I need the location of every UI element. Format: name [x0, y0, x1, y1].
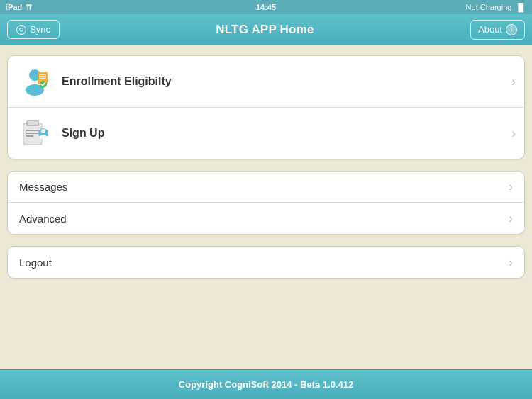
enrollment-chevron: ›: [511, 74, 516, 89]
status-time: 14:45: [256, 3, 276, 11]
footer: Copyright CogniSoft 2014 - Beta 1.0.412: [0, 369, 532, 399]
wifi-icon: ⇈: [26, 3, 32, 12]
enrollment-icon: [16, 63, 53, 100]
nav-bar: ↻ Sync NLTG APP Home About i: [0, 14, 532, 45]
main-content: Enrollment Eligibilty ›: [0, 45, 532, 383]
logout-label: Logout: [19, 257, 509, 269]
status-bar: iPad ⇈ 14:45 Not Charging ▐▌: [0, 0, 532, 14]
device-label: iPad: [6, 3, 22, 11]
enrollment-item[interactable]: Enrollment Eligibilty ›: [8, 56, 524, 108]
footer-copyright: Copyright CogniSoft 2014 - Beta 1.0.412: [179, 379, 353, 390]
advanced-label: Advanced: [19, 213, 509, 225]
info-icon: i: [506, 24, 517, 35]
signup-item[interactable]: Sign Up ›: [8, 108, 524, 159]
svg-rect-9: [28, 121, 38, 125]
logout-item[interactable]: Logout ›: [8, 247, 524, 278]
signup-icon: [16, 115, 53, 152]
svg-point-14: [41, 129, 45, 133]
logout-chevron: ›: [509, 255, 513, 270]
signup-chevron: ›: [511, 126, 516, 141]
sync-button[interactable]: ↻ Sync: [7, 20, 60, 39]
about-button[interactable]: About i: [470, 20, 525, 40]
sync-label: Sync: [30, 24, 50, 35]
nav-title: NLTG APP Home: [216, 23, 314, 37]
svg-point-15: [40, 135, 47, 139]
advanced-chevron: ›: [509, 211, 513, 226]
sync-icon: ↻: [16, 25, 26, 35]
messages-label: Messages: [19, 181, 509, 193]
messages-item[interactable]: Messages ›: [8, 172, 524, 203]
list-group-1: Messages › Advanced ›: [7, 171, 525, 235]
icon-card-group: Enrollment Eligibilty ›: [7, 55, 525, 159]
list-group-2: Logout ›: [7, 246, 525, 279]
advanced-item[interactable]: Advanced ›: [8, 203, 524, 234]
enrollment-label: Enrollment Eligibilty: [62, 75, 511, 88]
signup-label: Sign Up: [62, 127, 511, 140]
battery-label: Not Charging: [466, 3, 512, 11]
battery-icon: ▐▌: [515, 3, 526, 11]
about-label: About: [478, 24, 502, 35]
messages-chevron: ›: [509, 179, 513, 194]
